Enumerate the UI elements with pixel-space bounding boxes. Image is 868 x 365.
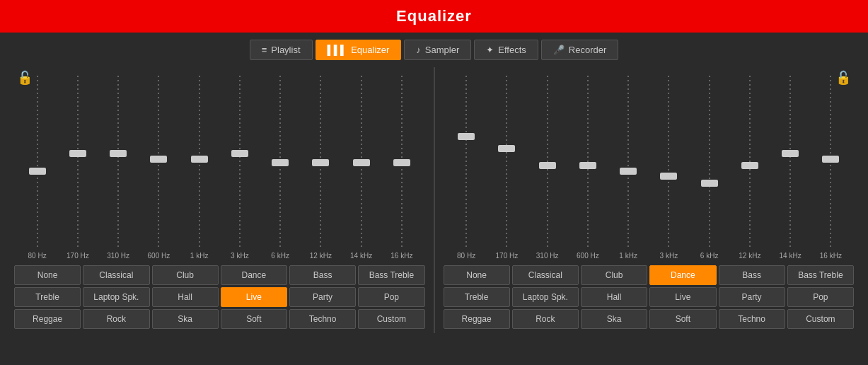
slider-thumb[interactable]	[29, 168, 46, 175]
slider-col: 14 kHz	[770, 76, 811, 260]
slider-track[interactable]	[239, 76, 241, 249]
preset-button[interactable]: Live	[221, 287, 287, 307]
slider-track[interactable]	[506, 76, 507, 249]
slider-thumb[interactable]	[620, 168, 637, 175]
preset-button[interactable]: Ska	[581, 309, 647, 329]
preset-button[interactable]: Party	[289, 287, 356, 307]
eq-panel-left: 🔓 80 Hz170 Hz310 Hz600 Hz1 kHz3 kHz6 kHz…	[7, 67, 432, 333]
slider-thumb[interactable]	[393, 159, 410, 166]
eq-panel-right: 🔓 80 Hz170 Hz310 Hz600 Hz1 kHz3 kHz6 kHz…	[436, 67, 862, 333]
slider-thumb[interactable]	[660, 173, 677, 180]
slider-col: 170 Hz	[57, 76, 98, 260]
slider-col: 6 kHz	[689, 76, 729, 260]
slider-thumb[interactable]	[741, 162, 758, 169]
slider-thumb[interactable]	[701, 180, 718, 187]
slider-thumb[interactable]	[69, 150, 86, 157]
preset-button[interactable]: Techno	[289, 309, 356, 329]
slider-col: 3 kHz	[219, 76, 260, 260]
tab-equalizer[interactable]: ▌▌▌ Equalizer	[316, 40, 402, 60]
preset-button[interactable]: Pop	[787, 287, 854, 307]
slider-col: 600 Hz	[567, 76, 608, 260]
tab-recorder[interactable]: 🎤 Recorder	[541, 40, 618, 60]
preset-button[interactable]: Hall	[152, 287, 219, 307]
slider-thumb[interactable]	[353, 159, 370, 166]
preset-button[interactable]: Treble	[444, 287, 510, 307]
slider-thumb[interactable]	[498, 145, 515, 152]
preset-button[interactable]: Bass	[289, 265, 356, 285]
slider-track[interactable]	[279, 76, 281, 249]
slider-thumb[interactable]	[312, 159, 329, 166]
tab-recorder-label: Recorder	[569, 45, 606, 55]
preset-button[interactable]: Dance	[221, 265, 287, 285]
slider-track[interactable]	[401, 76, 403, 249]
slider-track[interactable]	[320, 76, 321, 249]
slider-track[interactable]	[37, 76, 38, 249]
slider-track[interactable]	[117, 76, 119, 249]
slider-thumb[interactable]	[782, 150, 799, 157]
preset-button[interactable]: Reggae	[14, 309, 81, 329]
slider-thumb[interactable]	[191, 156, 208, 163]
preset-button[interactable]: Hall	[581, 287, 647, 307]
preset-button[interactable]: Laptop Spk.	[512, 287, 579, 307]
preset-button[interactable]: Bass	[719, 265, 785, 285]
preset-button[interactable]: Soft	[221, 309, 287, 329]
slider-thumb[interactable]	[150, 156, 167, 163]
slider-freq-label: 600 Hz	[148, 252, 170, 260]
slider-thumb[interactable]	[539, 162, 556, 169]
preset-button[interactable]: Classical	[512, 265, 579, 285]
slider-thumb[interactable]	[110, 150, 127, 157]
slider-track[interactable]	[77, 76, 79, 249]
tab-sampler[interactable]: ♪ Sampler	[404, 40, 471, 60]
preset-button[interactable]: Reggae	[444, 309, 510, 329]
preset-button[interactable]: Treble	[14, 287, 81, 307]
preset-button[interactable]: Club	[152, 265, 219, 285]
preset-button[interactable]: Techno	[719, 309, 785, 329]
slider-freq-label: 6 kHz	[700, 252, 719, 260]
slider-col: 80 Hz	[446, 76, 487, 260]
slider-freq-label: 16 kHz	[390, 252, 412, 260]
slider-track[interactable]	[158, 76, 159, 249]
preset-button[interactable]: Bass Treble	[787, 265, 854, 285]
preset-button[interactable]: Custom	[358, 309, 424, 329]
app-header: Equalizer	[0, 0, 868, 33]
slider-track[interactable]	[668, 76, 669, 249]
slider-freq-label: 170 Hz	[496, 252, 519, 260]
preset-button[interactable]: Classical	[83, 265, 149, 285]
slider-thumb[interactable]	[579, 162, 596, 169]
preset-button[interactable]: Custom	[787, 309, 854, 329]
slider-freq-label: 310 Hz	[536, 252, 559, 260]
sliders-left: 80 Hz170 Hz310 Hz600 Hz1 kHz3 kHz6 kHz12…	[14, 76, 425, 260]
preset-button[interactable]: Laptop Spk.	[83, 287, 149, 307]
slider-track[interactable]	[465, 76, 467, 249]
preset-button[interactable]: Bass Treble	[358, 265, 424, 285]
slider-thumb[interactable]	[231, 150, 248, 157]
preset-button[interactable]: Club	[581, 265, 647, 285]
slider-thumb[interactable]	[458, 133, 475, 140]
slider-track[interactable]	[199, 76, 200, 249]
tab-effects[interactable]: ✦ Effects	[474, 40, 538, 60]
slider-track[interactable]	[749, 76, 751, 249]
slider-track[interactable]	[789, 76, 791, 249]
preset-button[interactable]: Ska	[152, 309, 219, 329]
preset-button[interactable]: Party	[719, 287, 785, 307]
slider-col: 16 kHz	[811, 76, 851, 260]
slider-track[interactable]	[587, 76, 589, 249]
slider-track[interactable]	[627, 76, 629, 249]
equalizer-icon: ▌▌▌	[328, 45, 347, 55]
preset-button[interactable]: Pop	[358, 287, 424, 307]
preset-button[interactable]: Soft	[649, 309, 716, 329]
preset-button[interactable]: Live	[649, 287, 716, 307]
preset-button[interactable]: Rock	[512, 309, 579, 329]
slider-freq-label: 80 Hz	[28, 252, 47, 260]
slider-track[interactable]	[709, 76, 710, 249]
preset-button[interactable]: Rock	[83, 309, 149, 329]
preset-button[interactable]: None	[14, 265, 81, 285]
slider-track[interactable]	[361, 76, 362, 249]
preset-button[interactable]: None	[444, 265, 510, 285]
preset-button[interactable]: Dance	[649, 265, 716, 285]
slider-thumb[interactable]	[822, 156, 839, 163]
slider-thumb[interactable]	[272, 159, 289, 166]
slider-track[interactable]	[830, 76, 831, 249]
tab-playlist[interactable]: ≡ Playlist	[250, 40, 313, 60]
slider-track[interactable]	[547, 76, 548, 249]
